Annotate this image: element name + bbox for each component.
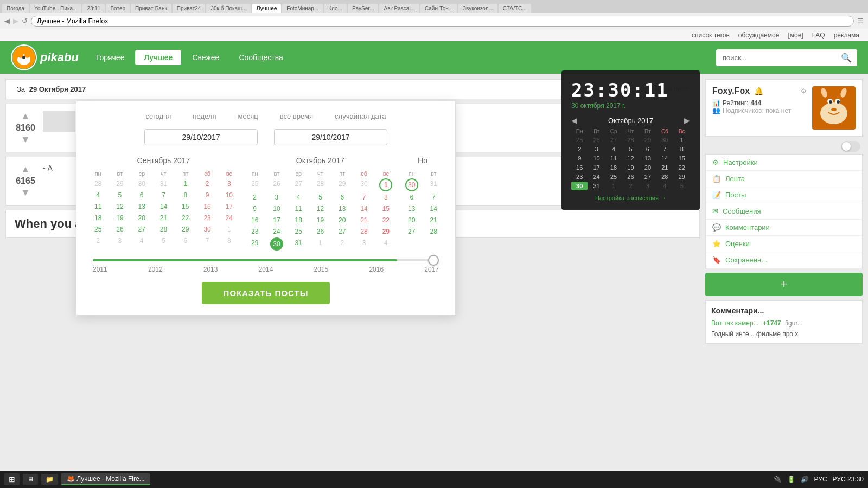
oct-d31[interactable]: 31 (288, 237, 309, 251)
vote-down-2[interactable]: ▼ (21, 187, 30, 198)
sep-d29b[interactable]: 29 (175, 224, 196, 235)
mcal-29b[interactable]: 29 (674, 172, 690, 181)
mcal-19[interactable]: 19 (622, 163, 639, 172)
username[interactable]: Foxy.Fox (712, 86, 750, 96)
oct-d1[interactable]: 1 (379, 178, 392, 191)
oct-d4b[interactable]: 4 (375, 237, 397, 251)
oct-d28b[interactable]: 28 (353, 226, 374, 237)
oct-d19[interactable]: 19 (310, 215, 331, 226)
dp-tab-alltime[interactable]: всё время (280, 112, 313, 120)
sep-d12[interactable]: 12 (109, 201, 130, 212)
date-from-input[interactable] (144, 129, 258, 145)
oct-d25b[interactable]: 25 (288, 226, 309, 237)
oct-d12[interactable]: 12 (310, 203, 331, 214)
taskbar-start[interactable]: ⊞ (4, 473, 20, 485)
sep-d23[interactable]: 23 (196, 213, 218, 223)
schedule-link[interactable]: Настройка расписания → (571, 195, 690, 201)
oct-d25[interactable]: 25 (244, 178, 265, 191)
mcal-25b[interactable]: 25 (605, 172, 622, 181)
sep-d31[interactable]: 31 (153, 178, 174, 189)
mcal-21[interactable]: 21 (656, 163, 673, 172)
browser-tab-klo[interactable]: Кло... (324, 4, 347, 13)
toggle-switch[interactable] (841, 141, 860, 152)
sep-d1[interactable]: 1 (175, 178, 196, 189)
mcal-today-30[interactable]: 30 (571, 182, 588, 190)
mcal-30[interactable]: 30 (656, 136, 673, 144)
search-input[interactable] (716, 50, 835, 65)
mcal-13[interactable]: 13 (640, 154, 656, 163)
browser-tab-pogoda[interactable]: Погода (2, 4, 29, 13)
sep-d10[interactable]: 10 (219, 190, 240, 201)
mini-cal-prev[interactable]: ◀ (571, 116, 577, 125)
sep-d14[interactable]: 14 (153, 201, 174, 212)
vote-up-1[interactable]: ▲ (21, 111, 30, 122)
taskbar-item-browser[interactable]: 🦊 Лучшее - Mozilla Fire... (61, 473, 150, 485)
oct-d13[interactable]: 13 (331, 203, 353, 214)
sep-d21[interactable]: 21 (153, 213, 174, 223)
oct-d9[interactable]: 9 (244, 203, 265, 214)
date-to-input[interactable] (274, 129, 387, 145)
sep-d28b[interactable]: 28 (153, 224, 174, 235)
browser-tab-sainton[interactable]: Сайн-Тон... (420, 4, 457, 13)
oct-d29-red[interactable]: 29 (375, 226, 397, 237)
oct-d26[interactable]: 26 (266, 178, 287, 191)
address-input[interactable] (31, 16, 854, 27)
sep-d6b[interactable]: 6 (175, 235, 196, 246)
sep-d4[interactable]: 4 (87, 190, 108, 201)
menu-item-posts[interactable]: 📝 Посты (706, 187, 862, 203)
sep-d7b[interactable]: 7 (196, 235, 218, 246)
oct-d26b[interactable]: 26 (310, 226, 331, 237)
oct-d15[interactable]: 15 (375, 203, 397, 214)
reload-icon[interactable]: ↺ (22, 17, 28, 25)
oct-d23[interactable]: 23 (244, 226, 265, 237)
oct-d14[interactable]: 14 (353, 203, 374, 214)
nov-d6[interactable]: 6 (401, 192, 423, 203)
vote-down-1[interactable]: ▼ (21, 134, 30, 145)
oct-d20[interactable]: 20 (331, 215, 353, 226)
nov-d31[interactable]: 31 (423, 178, 445, 191)
vote-up-2[interactable]: ▲ (21, 164, 30, 175)
mcal-27b[interactable]: 27 (640, 172, 656, 181)
mcal-29[interactable]: 29 (640, 136, 656, 144)
meta-link-discussed[interactable]: обсуждаемое (738, 31, 780, 39)
nov-d13[interactable]: 13 (401, 203, 423, 214)
mcal-15[interactable]: 15 (674, 154, 690, 163)
sep-d2[interactable]: 2 (196, 178, 218, 189)
mcal-9[interactable]: 9 (571, 154, 588, 163)
mcal-4[interactable]: 4 (605, 145, 622, 153)
mcal-2b[interactable]: 2 (622, 182, 639, 190)
menu-item-messages[interactable]: ✉ Сообщения (706, 203, 862, 220)
oct-d2[interactable]: 2 (244, 192, 265, 203)
sep-d3[interactable]: 3 (219, 178, 240, 189)
oct-d29[interactable]: 29 (331, 178, 353, 191)
dp-tab-today[interactable]: сегодня (145, 112, 171, 120)
sep-d4b[interactable]: 4 (131, 235, 152, 246)
sep-d7[interactable]: 7 (153, 190, 174, 201)
browser-tab-foto[interactable]: FotoМинар... (282, 4, 323, 13)
mcal-20[interactable]: 20 (640, 163, 656, 172)
oct-d4[interactable]: 4 (288, 192, 309, 203)
browser-tab-sound[interactable]: Звукоизол... (458, 4, 497, 13)
oct-d3[interactable]: 3 (266, 192, 287, 203)
sep-d28[interactable]: 28 (87, 178, 108, 189)
mcal-18[interactable]: 18 (605, 163, 622, 172)
browser-tab-payser[interactable]: PaySer... (348, 4, 379, 13)
browser-tab-luchshee[interactable]: Лучшее (252, 4, 281, 13)
oct-d3b[interactable]: 3 (353, 237, 374, 251)
nov-d30[interactable]: 30 (405, 178, 418, 191)
oct-d28[interactable]: 28 (310, 178, 331, 191)
nav-btn-communities[interactable]: Сообщества (230, 50, 291, 65)
mcal-24[interactable]: 24 (588, 172, 604, 181)
mcal-2[interactable]: 2 (571, 145, 588, 153)
browser-tab-pokash[interactable]: 30к.б Покаш... (206, 4, 251, 13)
oct-d18[interactable]: 18 (288, 215, 309, 226)
sep-d30[interactable]: 30 (131, 178, 152, 189)
mcal-11[interactable]: 11 (605, 154, 622, 163)
nov-d27[interactable]: 27 (401, 226, 423, 237)
browser-tab-privat24[interactable]: Приват24 (173, 4, 206, 13)
menu-item-settings[interactable]: ⚙ Настройки (706, 155, 862, 171)
oct-d30[interactable]: 30 (353, 178, 374, 191)
browser-tab-youtube[interactable]: YouTube - Пика... (30, 4, 81, 13)
oct-d7[interactable]: 7 (353, 192, 374, 203)
mcal-25[interactable]: 25 (571, 136, 588, 144)
